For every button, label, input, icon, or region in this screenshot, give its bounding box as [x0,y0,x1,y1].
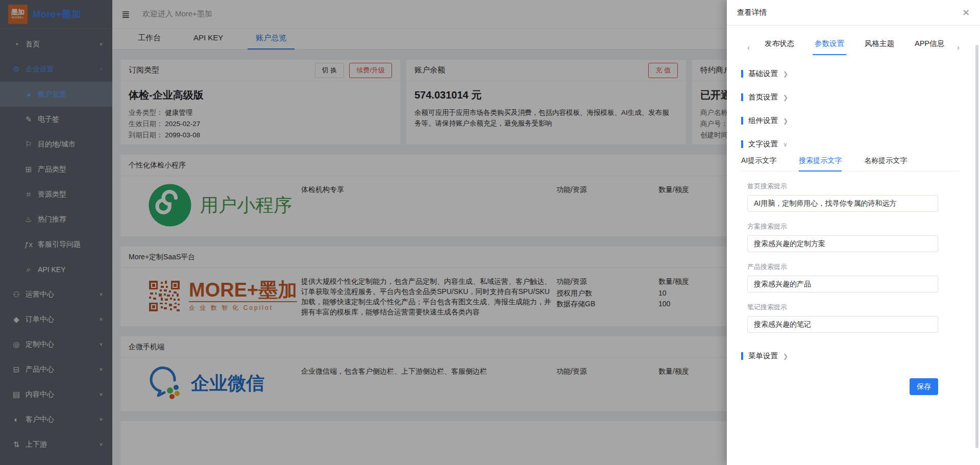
product-search-prompt-input[interactable] [747,276,938,292]
subtab-name-prompt-text[interactable]: 名称提示文字 [864,156,907,171]
drawer-title: 查看详情 [737,8,767,17]
plan-search-prompt-input[interactable] [747,235,938,252]
group-marker [741,352,743,360]
group-title: 组件设置 [748,116,778,126]
close-icon[interactable]: ✕ [962,7,970,18]
chevron-down-icon: ∨ [783,141,788,148]
group-text-settings[interactable]: 文字设置 ∨ [747,139,960,149]
group-title: 基础设置 [748,69,778,79]
product-search-prompt-field: 产品搜索提示 [747,262,960,292]
detail-drawer: 查看详情 ✕ ‹ 发布状态 参数设置 风格主题 APP信息 › 基础设置 ❯ [727,0,980,465]
chevron-right-icon: ❯ [783,117,788,125]
note-search-prompt-field: 笔记搜索提示 [747,303,960,333]
group-marker [741,140,743,148]
group-marker [741,93,743,101]
tabs-scroll-right-icon[interactable]: › [949,43,960,52]
app-root: 墨加 MORE+ More+墨加 ◔ 首页 ∨ ⚙ 企业设置 ∧ ◕ 账户总览 … [0,0,980,465]
drawer-tabbar: ‹ 发布状态 参数设置 风格主题 APP信息 › [747,39,960,55]
group-menu-settings[interactable]: 菜单设置 ❯ [747,351,960,361]
save-button[interactable]: 保存 [910,378,938,395]
chevron-right-icon: ❯ [783,353,788,360]
chevron-right-icon: ❯ [783,70,788,78]
home-search-prompt-input[interactable] [747,195,938,212]
tab-app-info[interactable]: APP信息 [915,39,944,55]
note-search-prompt-input[interactable] [747,316,938,333]
text-settings-subtabs: AI提示文字 搜索提示文字 名称提示文字 [741,156,960,172]
group-title: 首页设置 [748,92,778,102]
group-title: 文字设置 [748,139,778,149]
group-component-settings[interactable]: 组件设置 ❯ [747,116,960,126]
group-basic-settings[interactable]: 基础设置 ❯ [747,69,960,79]
subtab-ai-prompt-text[interactable]: AI提示文字 [741,156,776,171]
home-search-prompt-field: 首页搜索提示 [747,182,960,212]
group-title: 菜单设置 [748,351,778,361]
field-label: 产品搜索提示 [747,262,960,272]
plan-search-prompt-field: 方案搜索提示 [747,222,960,252]
field-label: 方案搜索提示 [747,222,960,231]
field-label: 首页搜索提示 [747,182,960,191]
group-marker [741,117,743,125]
tab-publish-status[interactable]: 发布状态 [765,39,794,55]
tab-parameter-settings[interactable]: 参数设置 [815,39,844,55]
group-marker [741,70,743,78]
chevron-right-icon: ❯ [783,94,788,101]
subtab-search-prompt-text[interactable]: 搜索提示文字 [799,156,842,171]
field-label: 笔记搜索提示 [747,303,960,312]
drawer-scrollbar[interactable] [975,45,978,448]
tabs-scroll-left-icon[interactable]: ‹ [747,43,757,52]
group-home-settings[interactable]: 首页设置 ❯ [747,92,960,102]
tab-style-theme[interactable]: 风格主题 [865,39,894,55]
